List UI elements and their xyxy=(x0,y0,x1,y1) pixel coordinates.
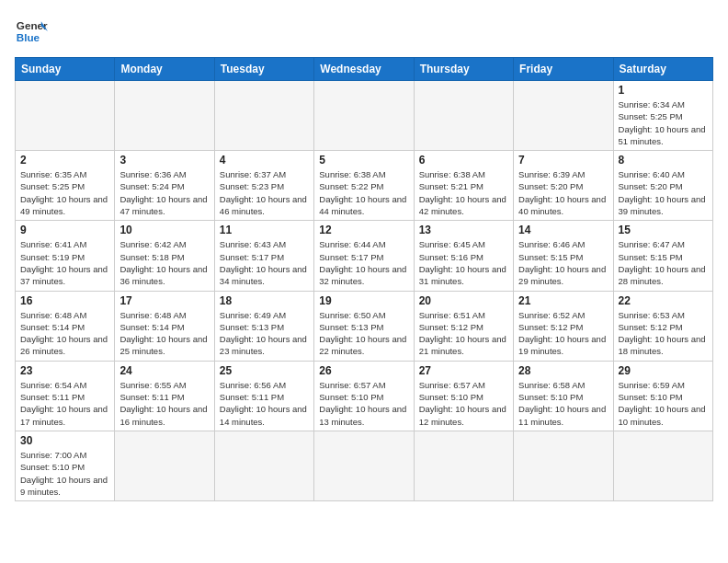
day-info: Sunrise: 6:36 AM Sunset: 5:24 PM Dayligh… xyxy=(119,168,209,217)
calendar-cell: 20Sunrise: 6:51 AM Sunset: 5:12 PM Dayli… xyxy=(414,291,513,361)
calendar-cell: 18Sunrise: 6:49 AM Sunset: 5:13 PM Dayli… xyxy=(214,291,313,361)
calendar-cell: 29Sunrise: 6:59 AM Sunset: 5:10 PM Dayli… xyxy=(613,361,712,431)
day-number: 15 xyxy=(619,224,708,236)
day-number: 14 xyxy=(518,224,608,236)
day-number: 27 xyxy=(419,364,508,377)
weekday-header-friday: Friday xyxy=(514,58,613,81)
day-number: 26 xyxy=(319,364,408,377)
day-info: Sunrise: 7:00 AM Sunset: 5:10 PM Dayligh… xyxy=(20,449,109,498)
day-info: Sunrise: 6:50 AM Sunset: 5:13 PM Dayligh… xyxy=(319,309,408,358)
day-info: Sunrise: 6:42 AM Sunset: 5:18 PM Dayligh… xyxy=(119,238,209,287)
calendar-cell: 27Sunrise: 6:57 AM Sunset: 5:10 PM Dayli… xyxy=(414,361,513,431)
day-info: Sunrise: 6:35 AM Sunset: 5:25 PM Dayligh… xyxy=(20,168,109,217)
day-number: 9 xyxy=(20,224,109,236)
day-number: 1 xyxy=(619,84,708,97)
weekday-header-thursday: Thursday xyxy=(414,58,513,81)
calendar-cell xyxy=(314,431,414,500)
calendar-cell: 22Sunrise: 6:53 AM Sunset: 5:12 PM Dayli… xyxy=(613,291,712,361)
day-info: Sunrise: 6:43 AM Sunset: 5:17 PM Dayligh… xyxy=(220,238,309,287)
calendar: SundayMondayTuesdayWednesdayThursdayFrid… xyxy=(15,57,713,501)
calendar-cell: 5Sunrise: 6:38 AM Sunset: 5:22 PM Daylig… xyxy=(314,151,414,221)
day-number: 7 xyxy=(518,154,608,167)
header: General Blue xyxy=(15,15,713,48)
calendar-cell xyxy=(314,81,414,151)
weekday-header-tuesday: Tuesday xyxy=(214,58,313,81)
calendar-cell: 24Sunrise: 6:55 AM Sunset: 5:11 PM Dayli… xyxy=(115,361,214,431)
day-info: Sunrise: 6:49 AM Sunset: 5:13 PM Dayligh… xyxy=(220,309,309,358)
day-info: Sunrise: 6:54 AM Sunset: 5:11 PM Dayligh… xyxy=(20,379,109,428)
day-info: Sunrise: 6:41 AM Sunset: 5:19 PM Dayligh… xyxy=(20,238,109,287)
calendar-cell: 17Sunrise: 6:48 AM Sunset: 5:14 PM Dayli… xyxy=(115,291,214,361)
day-info: Sunrise: 6:38 AM Sunset: 5:22 PM Dayligh… xyxy=(319,168,408,217)
day-info: Sunrise: 6:37 AM Sunset: 5:23 PM Dayligh… xyxy=(220,168,309,217)
day-info: Sunrise: 6:52 AM Sunset: 5:12 PM Dayligh… xyxy=(518,309,608,358)
calendar-cell: 9Sunrise: 6:41 AM Sunset: 5:19 PM Daylig… xyxy=(16,221,115,291)
day-number: 5 xyxy=(319,154,408,167)
calendar-cell xyxy=(214,81,313,151)
week-row-2: 2Sunrise: 6:35 AM Sunset: 5:25 PM Daylig… xyxy=(16,151,713,221)
week-row-5: 23Sunrise: 6:54 AM Sunset: 5:11 PM Dayli… xyxy=(16,361,713,431)
calendar-cell xyxy=(414,81,513,151)
calendar-cell: 14Sunrise: 6:46 AM Sunset: 5:15 PM Dayli… xyxy=(514,221,613,291)
calendar-cell: 28Sunrise: 6:58 AM Sunset: 5:10 PM Dayli… xyxy=(514,361,613,431)
calendar-cell: 15Sunrise: 6:47 AM Sunset: 5:15 PM Dayli… xyxy=(613,221,712,291)
calendar-cell: 13Sunrise: 6:45 AM Sunset: 5:16 PM Dayli… xyxy=(414,221,513,291)
day-number: 23 xyxy=(20,364,109,377)
svg-text:Blue: Blue xyxy=(17,31,40,43)
week-row-6: 30Sunrise: 7:00 AM Sunset: 5:10 PM Dayli… xyxy=(16,431,713,500)
week-row-1: 1Sunrise: 6:34 AM Sunset: 5:25 PM Daylig… xyxy=(16,81,713,151)
calendar-cell: 3Sunrise: 6:36 AM Sunset: 5:24 PM Daylig… xyxy=(115,151,214,221)
weekday-header-sunday: Sunday xyxy=(16,58,115,81)
calendar-cell: 30Sunrise: 7:00 AM Sunset: 5:10 PM Dayli… xyxy=(16,431,115,500)
calendar-cell: 7Sunrise: 6:39 AM Sunset: 5:20 PM Daylig… xyxy=(514,151,613,221)
day-number: 11 xyxy=(220,224,309,236)
logo-icon: General Blue xyxy=(15,15,48,48)
day-number: 10 xyxy=(119,224,209,236)
day-number: 6 xyxy=(419,154,508,167)
weekday-header-monday: Monday xyxy=(115,58,214,81)
calendar-cell xyxy=(16,81,115,151)
day-info: Sunrise: 6:56 AM Sunset: 5:11 PM Dayligh… xyxy=(220,379,309,428)
calendar-cell: 25Sunrise: 6:56 AM Sunset: 5:11 PM Dayli… xyxy=(214,361,313,431)
day-number: 29 xyxy=(619,364,708,377)
day-info: Sunrise: 6:47 AM Sunset: 5:15 PM Dayligh… xyxy=(619,238,708,287)
calendar-cell xyxy=(214,431,313,500)
day-info: Sunrise: 6:48 AM Sunset: 5:14 PM Dayligh… xyxy=(20,309,109,358)
calendar-cell: 8Sunrise: 6:40 AM Sunset: 5:20 PM Daylig… xyxy=(613,151,712,221)
weekday-header-row: SundayMondayTuesdayWednesdayThursdayFrid… xyxy=(16,58,713,81)
calendar-cell xyxy=(115,431,214,500)
day-info: Sunrise: 6:34 AM Sunset: 5:25 PM Dayligh… xyxy=(619,98,708,147)
day-number: 17 xyxy=(119,294,209,307)
day-info: Sunrise: 6:46 AM Sunset: 5:15 PM Dayligh… xyxy=(518,238,608,287)
calendar-cell: 6Sunrise: 6:38 AM Sunset: 5:21 PM Daylig… xyxy=(414,151,513,221)
calendar-cell: 19Sunrise: 6:50 AM Sunset: 5:13 PM Dayli… xyxy=(314,291,414,361)
day-number: 24 xyxy=(119,364,209,377)
calendar-cell: 2Sunrise: 6:35 AM Sunset: 5:25 PM Daylig… xyxy=(16,151,115,221)
day-number: 4 xyxy=(220,154,309,167)
calendar-cell xyxy=(414,431,513,500)
day-info: Sunrise: 6:45 AM Sunset: 5:16 PM Dayligh… xyxy=(419,238,508,287)
day-number: 12 xyxy=(319,224,408,236)
calendar-cell: 23Sunrise: 6:54 AM Sunset: 5:11 PM Dayli… xyxy=(16,361,115,431)
calendar-cell: 4Sunrise: 6:37 AM Sunset: 5:23 PM Daylig… xyxy=(214,151,313,221)
day-info: Sunrise: 6:40 AM Sunset: 5:20 PM Dayligh… xyxy=(619,168,708,217)
day-number: 8 xyxy=(619,154,708,167)
day-info: Sunrise: 6:55 AM Sunset: 5:11 PM Dayligh… xyxy=(119,379,209,428)
day-info: Sunrise: 6:53 AM Sunset: 5:12 PM Dayligh… xyxy=(619,309,708,358)
calendar-cell: 26Sunrise: 6:57 AM Sunset: 5:10 PM Dayli… xyxy=(314,361,414,431)
page: General Blue SundayMondayTuesdayWednesda… xyxy=(0,0,728,509)
day-number: 13 xyxy=(419,224,508,236)
calendar-cell: 12Sunrise: 6:44 AM Sunset: 5:17 PM Dayli… xyxy=(314,221,414,291)
day-number: 25 xyxy=(220,364,309,377)
weekday-header-saturday: Saturday xyxy=(613,58,712,81)
day-number: 22 xyxy=(619,294,708,307)
day-info: Sunrise: 6:38 AM Sunset: 5:21 PM Dayligh… xyxy=(419,168,508,217)
day-info: Sunrise: 6:57 AM Sunset: 5:10 PM Dayligh… xyxy=(419,379,508,428)
day-info: Sunrise: 6:44 AM Sunset: 5:17 PM Dayligh… xyxy=(319,238,408,287)
week-row-4: 16Sunrise: 6:48 AM Sunset: 5:14 PM Dayli… xyxy=(16,291,713,361)
day-number: 21 xyxy=(518,294,608,307)
calendar-cell xyxy=(613,431,712,500)
day-number: 2 xyxy=(20,154,109,167)
day-number: 28 xyxy=(518,364,608,377)
calendar-cell: 11Sunrise: 6:43 AM Sunset: 5:17 PM Dayli… xyxy=(214,221,313,291)
